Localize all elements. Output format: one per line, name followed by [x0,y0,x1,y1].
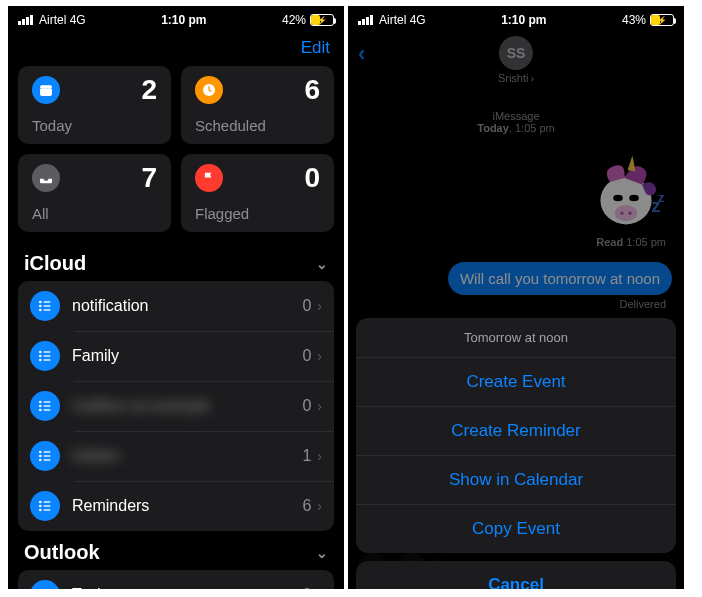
svg-point-29 [39,505,42,508]
list-item[interactable]: Family 0 › [18,331,334,381]
chevron-down-icon: ⌄ [316,256,328,272]
svg-point-45 [628,212,631,215]
clock-icon [195,76,223,104]
tile-label: Scheduled [195,117,266,134]
carrier-label: Airtel 4G [379,13,426,27]
list-item[interactable]: hidden 1 › [18,431,334,481]
message-bubble[interactable]: Will call you tomorrow at noon [448,262,672,295]
section-header-outlook[interactable]: Outlook ⌄ [8,531,344,570]
list-bullet-icon [30,391,60,421]
list-count: 0 [302,297,311,315]
svg-rect-9 [44,309,51,310]
svg-rect-33 [44,509,51,510]
chevron-down-icon: ⌄ [316,545,328,561]
svg-rect-15 [44,359,51,360]
list-bullet-icon [30,441,60,471]
list-label: Reminders [72,497,302,515]
list-count: 0 [302,586,311,589]
battery-percent: 42% [282,13,306,27]
chevron-right-icon: › [317,498,322,514]
message-thread[interactable]: iMessage Today, 1:05 pm z z Read 1:05 pm [348,74,684,310]
edit-button[interactable]: Edit [301,38,330,58]
section-title: iCloud [24,252,86,275]
battery-icon: ⚡ [650,14,674,26]
sheet-create-event[interactable]: Create Event [356,358,676,406]
svg-rect-20 [44,405,51,406]
svg-point-18 [39,409,42,412]
section-header-icloud[interactable]: iCloud ⌄ [8,242,344,281]
svg-point-22 [39,451,42,454]
svg-point-17 [39,405,42,408]
battery-percent: 43% [622,13,646,27]
svg-point-10 [39,351,42,354]
avatar: SS [499,36,533,70]
list-item[interactable]: Tasks 0 › [18,570,334,589]
list-item[interactable]: notification 0 › [18,281,334,331]
sheet-cancel[interactable]: Cancel [356,561,676,589]
tile-count: 6 [304,74,320,106]
svg-point-5 [39,305,42,308]
list-bullet-icon [30,291,60,321]
thread-timestamp: Today, 1:05 pm [360,122,672,134]
unicorn-sticker[interactable]: z z [586,154,666,234]
list-label: mailbox at example [72,397,302,415]
list-item[interactable]: Reminders 6 › [18,481,334,531]
section-title: Outlook [24,541,100,564]
sheet-create-reminder[interactable]: Create Reminder [356,406,676,455]
svg-point-11 [39,355,42,358]
svg-point-28 [39,501,42,504]
list-label: notification [72,297,302,315]
list-item[interactable]: mailbox at example 0 › [18,381,334,431]
delivered-label: Delivered [360,298,672,310]
svg-rect-7 [44,301,51,302]
chevron-right-icon: › [317,587,322,589]
tile-scheduled[interactable]: 6 Scheduled [181,66,334,144]
sheet-copy-event[interactable]: Copy Event [356,504,676,553]
tile-flagged[interactable]: 0 Flagged [181,154,334,232]
list-icloud: notification 0 › Family 0 › mailbox at e… [18,281,334,531]
tile-count: 7 [141,162,157,194]
clock: 1:10 pm [432,13,616,27]
nav-bar: ‹ SS Srishti › [348,34,684,74]
read-receipt: Read 1:05 pm [360,236,672,248]
tile-all[interactable]: 7 All [18,154,171,232]
back-button[interactable]: ‹ [358,41,365,67]
svg-point-16 [39,401,42,404]
list-bullet-icon [30,491,60,521]
svg-point-42 [629,195,639,201]
list-count: 0 [302,397,311,415]
flag-icon [195,164,223,192]
svg-rect-27 [44,459,51,460]
action-sheet: Tomorrow at noon Create Event Create Rem… [356,318,676,589]
reminders-screen: Airtel 4G 1:10 pm 42% ⚡ Edit 2 Today 6 S… [8,6,344,589]
carrier-label: Airtel 4G [39,13,86,27]
chevron-right-icon: › [317,448,322,464]
chevron-right-icon: › [317,398,322,414]
calendar-today-icon [32,76,60,104]
list-bullet-icon [30,341,60,371]
svg-text:z: z [658,190,665,205]
svg-rect-2 [40,85,52,88]
svg-rect-8 [44,305,51,306]
list-label: hidden [72,447,302,465]
status-bar: Airtel 4G 1:10 pm 43% ⚡ [348,6,684,34]
sheet-show-in-calendar[interactable]: Show in Calendar [356,455,676,504]
svg-point-30 [39,509,42,512]
list-outlook: Tasks 0 › [18,570,334,589]
svg-point-43 [615,205,637,221]
list-label: Family [72,347,302,365]
list-bullet-icon [30,580,60,589]
tile-label: All [32,205,49,222]
svg-point-6 [39,309,42,312]
sheet-title: Tomorrow at noon [356,318,676,358]
list-count: 6 [302,497,311,515]
svg-rect-14 [44,355,51,356]
svg-rect-13 [44,351,51,352]
list-label: Tasks [72,586,302,589]
tile-count: 0 [304,162,320,194]
svg-rect-32 [44,505,51,506]
inbox-icon [32,164,60,192]
svg-point-44 [620,212,623,215]
tile-today[interactable]: 2 Today [18,66,171,144]
tile-label: Today [32,117,72,134]
